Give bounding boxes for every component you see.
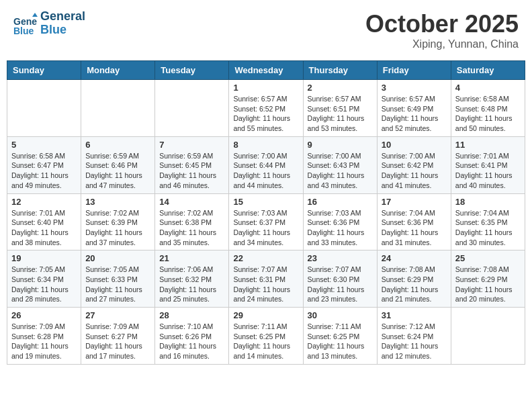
calendar-cell: 2Sunrise: 6:57 AM Sunset: 6:51 PM Daylig… (303, 80, 377, 137)
day-number: 3 (382, 83, 447, 93)
day-number: 24 (382, 253, 447, 263)
day-number: 19 (11, 253, 77, 263)
day-number: 30 (308, 310, 373, 320)
day-info: Sunrise: 7:02 AM Sunset: 6:39 PM Dayligh… (85, 208, 150, 248)
day-number: 6 (85, 140, 150, 150)
title-block: October 2025 Xiping, Yunnan, China (365, 10, 519, 50)
calendar-cell: 23Sunrise: 7:07 AM Sunset: 6:30 PM Dayli… (303, 250, 377, 308)
day-number: 10 (382, 140, 447, 150)
day-number: 23 (308, 253, 373, 263)
calendar-cell: 7Sunrise: 6:59 AM Sunset: 6:45 PM Daylig… (155, 136, 229, 193)
day-number: 21 (159, 253, 224, 263)
calendar-cell: 18Sunrise: 7:04 AM Sunset: 6:35 PM Dayli… (451, 193, 525, 250)
day-info: Sunrise: 6:57 AM Sunset: 6:51 PM Dayligh… (308, 94, 373, 134)
day-info: Sunrise: 6:59 AM Sunset: 6:46 PM Dayligh… (85, 151, 150, 191)
weekday-header: Saturday (451, 61, 525, 80)
calendar-cell: 25Sunrise: 7:08 AM Sunset: 6:29 PM Dayli… (451, 250, 525, 308)
calendar-cell (155, 80, 229, 137)
calendar-cell: 30Sunrise: 7:11 AM Sunset: 6:25 PM Dayli… (303, 308, 377, 365)
weekday-header: Sunday (7, 61, 81, 80)
day-info: Sunrise: 7:03 AM Sunset: 6:37 PM Dayligh… (233, 208, 298, 248)
day-info: Sunrise: 7:11 AM Sunset: 6:25 PM Dayligh… (233, 322, 298, 361)
calendar-cell: 15Sunrise: 7:03 AM Sunset: 6:37 PM Dayli… (229, 193, 303, 250)
calendar-week-row: 26Sunrise: 7:09 AM Sunset: 6:28 PM Dayli… (7, 308, 525, 365)
day-info: Sunrise: 6:59 AM Sunset: 6:45 PM Dayligh… (159, 151, 224, 191)
calendar-cell: 1Sunrise: 6:57 AM Sunset: 6:52 PM Daylig… (229, 80, 303, 137)
calendar-cell: 13Sunrise: 7:02 AM Sunset: 6:39 PM Dayli… (81, 193, 155, 250)
day-number: 11 (455, 140, 521, 150)
day-info: Sunrise: 7:08 AM Sunset: 6:29 PM Dayligh… (455, 265, 521, 304)
day-info: Sunrise: 7:03 AM Sunset: 6:36 PM Dayligh… (308, 208, 373, 248)
calendar-cell: 6Sunrise: 6:59 AM Sunset: 6:46 PM Daylig… (81, 136, 155, 193)
weekday-header: Wednesday (229, 61, 303, 80)
calendar-cell: 17Sunrise: 7:04 AM Sunset: 6:36 PM Dayli… (377, 193, 451, 250)
day-number: 8 (233, 140, 298, 150)
logo-text: General Blue (40, 10, 85, 37)
weekday-header: Thursday (303, 61, 377, 80)
day-info: Sunrise: 7:08 AM Sunset: 6:29 PM Dayligh… (382, 265, 447, 304)
day-number: 20 (85, 253, 150, 263)
calendar-week-row: 5Sunrise: 6:58 AM Sunset: 6:47 PM Daylig… (7, 136, 525, 193)
svg-text:Blue: Blue (13, 26, 34, 36)
calendar-cell: 22Sunrise: 7:07 AM Sunset: 6:31 PM Dayli… (229, 250, 303, 308)
logo: General Blue General Blue (13, 10, 85, 37)
day-info: Sunrise: 7:00 AM Sunset: 6:44 PM Dayligh… (233, 151, 298, 191)
calendar-cell: 31Sunrise: 7:12 AM Sunset: 6:24 PM Dayli… (377, 308, 451, 365)
day-info: Sunrise: 7:00 AM Sunset: 6:42 PM Dayligh… (382, 151, 447, 191)
svg-marker-2 (32, 13, 38, 17)
calendar: SundayMondayTuesdayWednesdayThursdayFrid… (7, 60, 525, 365)
calendar-cell: 12Sunrise: 7:01 AM Sunset: 6:40 PM Dayli… (7, 193, 81, 250)
day-info: Sunrise: 7:09 AM Sunset: 6:28 PM Dayligh… (11, 322, 77, 361)
calendar-cell: 26Sunrise: 7:09 AM Sunset: 6:28 PM Dayli… (7, 308, 81, 365)
calendar-week-row: 1Sunrise: 6:57 AM Sunset: 6:52 PM Daylig… (7, 80, 525, 137)
day-info: Sunrise: 7:05 AM Sunset: 6:33 PM Dayligh… (85, 265, 150, 304)
day-info: Sunrise: 7:07 AM Sunset: 6:30 PM Dayligh… (308, 265, 373, 304)
day-info: Sunrise: 7:09 AM Sunset: 6:27 PM Dayligh… (85, 322, 150, 361)
day-number: 13 (85, 197, 150, 207)
weekday-header-row: SundayMondayTuesdayWednesdayThursdayFrid… (7, 61, 525, 80)
day-info: Sunrise: 6:57 AM Sunset: 6:52 PM Dayligh… (233, 94, 298, 134)
day-info: Sunrise: 7:12 AM Sunset: 6:24 PM Dayligh… (382, 322, 447, 361)
calendar-cell: 4Sunrise: 6:58 AM Sunset: 6:48 PM Daylig… (451, 80, 525, 137)
day-info: Sunrise: 7:04 AM Sunset: 6:36 PM Dayligh… (382, 208, 447, 248)
calendar-cell: 28Sunrise: 7:10 AM Sunset: 6:26 PM Dayli… (155, 308, 229, 365)
calendar-cell (7, 80, 81, 137)
page-header: General Blue General Blue October 2025 X… (7, 7, 525, 54)
day-number: 2 (308, 83, 373, 93)
day-info: Sunrise: 7:06 AM Sunset: 6:32 PM Dayligh… (159, 265, 224, 304)
calendar-cell: 20Sunrise: 7:05 AM Sunset: 6:33 PM Dayli… (81, 250, 155, 308)
day-info: Sunrise: 6:58 AM Sunset: 6:48 PM Dayligh… (455, 94, 521, 134)
calendar-cell: 8Sunrise: 7:00 AM Sunset: 6:44 PM Daylig… (229, 136, 303, 193)
day-number: 31 (382, 310, 447, 320)
day-info: Sunrise: 7:10 AM Sunset: 6:26 PM Dayligh… (159, 322, 224, 361)
calendar-cell: 10Sunrise: 7:00 AM Sunset: 6:42 PM Dayli… (377, 136, 451, 193)
day-number: 7 (159, 140, 224, 150)
day-number: 28 (159, 310, 224, 320)
day-number: 16 (308, 197, 373, 207)
day-number: 25 (455, 253, 521, 263)
day-number: 27 (85, 310, 150, 320)
calendar-cell: 29Sunrise: 7:11 AM Sunset: 6:25 PM Dayli… (229, 308, 303, 365)
month-title: October 2025 (365, 10, 519, 38)
calendar-cell: 9Sunrise: 7:00 AM Sunset: 6:43 PM Daylig… (303, 136, 377, 193)
calendar-cell: 14Sunrise: 7:02 AM Sunset: 6:38 PM Dayli… (155, 193, 229, 250)
day-number: 1 (233, 83, 298, 93)
calendar-week-row: 19Sunrise: 7:05 AM Sunset: 6:34 PM Dayli… (7, 250, 525, 308)
day-number: 12 (11, 197, 77, 207)
day-number: 17 (382, 197, 447, 207)
day-info: Sunrise: 6:58 AM Sunset: 6:47 PM Dayligh… (11, 151, 77, 191)
day-info: Sunrise: 7:02 AM Sunset: 6:38 PM Dayligh… (159, 208, 224, 248)
calendar-cell: 21Sunrise: 7:06 AM Sunset: 6:32 PM Dayli… (155, 250, 229, 308)
calendar-cell: 5Sunrise: 6:58 AM Sunset: 6:47 PM Daylig… (7, 136, 81, 193)
logo-icon: General Blue (13, 11, 38, 36)
calendar-cell: 11Sunrise: 7:01 AM Sunset: 6:41 PM Dayli… (451, 136, 525, 193)
day-number: 14 (159, 197, 224, 207)
day-info: Sunrise: 7:01 AM Sunset: 6:41 PM Dayligh… (455, 151, 521, 191)
calendar-cell: 24Sunrise: 7:08 AM Sunset: 6:29 PM Dayli… (377, 250, 451, 308)
day-number: 29 (233, 310, 298, 320)
day-info: Sunrise: 6:57 AM Sunset: 6:49 PM Dayligh… (382, 94, 447, 134)
calendar-cell: 16Sunrise: 7:03 AM Sunset: 6:36 PM Dayli… (303, 193, 377, 250)
day-number: 5 (11, 140, 77, 150)
calendar-week-row: 12Sunrise: 7:01 AM Sunset: 6:40 PM Dayli… (7, 193, 525, 250)
weekday-header: Monday (81, 61, 155, 80)
